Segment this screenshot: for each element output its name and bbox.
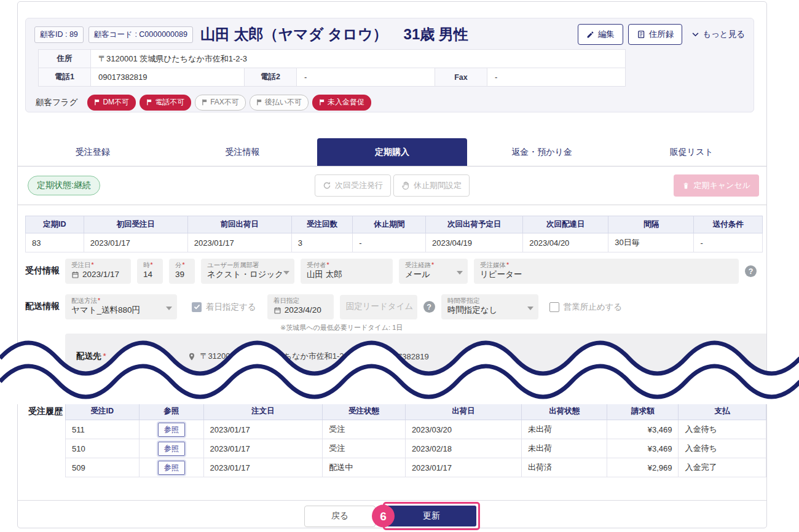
flag-label: 電話不可 [155,97,184,108]
order-history-row: 511 参照 2023/01/17 受注 2023/03/20 未出荷 ¥3,4… [66,420,766,439]
cell: ¥3,469 [607,420,679,439]
cell: 30日毎 [608,233,694,252]
subscription-table-header: 定期ID 初回受注日 前回出荷日 受注回数 休止期間 次回出荷予定日 次回配達日… [26,216,763,233]
next-order-button[interactable]: 次回受注発行 [315,174,391,197]
edit-button-label: 編集 [598,29,615,40]
address-book-button[interactable]: 住所録 [628,24,683,45]
phone2-value: - [297,68,435,87]
channel-select[interactable]: 受注経路 メール [399,259,468,284]
delivery-fields: 配送方法 ヤマト_送料880円 着日指定する 着日指定 2023/4/20 固定… [65,294,757,319]
destination-phone: 09017382819 [368,352,429,361]
tab-order-entry[interactable]: 受注登録 [18,138,168,166]
fixed-lead-time-placeholder: 固定リードタイム [346,297,411,316]
reference-button[interactable]: 参照 [158,423,185,437]
cell: - [694,233,763,252]
col-header: 初回受注日 [84,216,187,233]
phone2-label: 電話2 [245,68,297,87]
col-header: 出荷日 [405,403,521,420]
department-select[interactable]: ユーザー所属部署 ネクスト・ロジック [201,259,294,284]
cell: 配送中 [323,458,406,477]
cell: 2023/04/19 [426,233,523,252]
destination-name-text: 検証 七加 [136,351,171,362]
flag-icon [94,99,100,106]
destination-phone-text: 09017382819 [380,352,429,361]
checkbox-empty-icon [549,302,559,312]
more-button[interactable]: もっと見る [692,29,745,40]
media-value: リピーター [480,269,733,280]
reference-button[interactable]: 参照 [158,442,185,456]
tab-promo-list[interactable]: 販促リスト [616,138,766,166]
customer-id-chip: 顧客ID : 89 [34,26,84,43]
person-icon [124,352,133,361]
cell: 入金待ち [679,420,766,439]
cell: 出荷済 [522,458,607,477]
flag-phone: 電話不可 [140,95,191,111]
trash-icon [682,182,690,190]
col-header: 定期ID [26,216,84,233]
tab-order-info[interactable]: 受注情報 [168,138,318,166]
receptionist-field[interactable]: 受付者 山田 太郎 [301,259,393,284]
delivery-section-label: 配送情報 [25,294,65,312]
cell: ¥3,469 [607,439,679,458]
subscription-cancel-button[interactable]: 定期キャンセル [674,174,759,197]
destination-address-text: 〒3120001 茨城県 ひたちなか市佐和1-2-3 [200,351,351,362]
flag-label: 未入金督促 [328,97,364,108]
hour-field[interactable]: 時 14 [137,259,163,284]
flag-label: DM不可 [103,97,129,108]
arrival-date-checkbox[interactable]: 着日指定する [192,302,256,313]
delivery-method-select[interactable]: 配送方法 ヤマト_送料880円 [65,294,177,319]
status-badge: 定期状態:継続 [28,176,100,195]
fax-label: Fax [435,68,487,87]
order-history-table: 受注ID 参照 注文日 受注状態 出荷日 出荷状態 請求額 支払 511 参照 … [65,402,766,477]
footer-bar: 戻る 6 更新 [18,502,766,530]
phone-icon [368,353,376,361]
cell: - [353,233,426,252]
order-history-header: 受注ID 参照 注文日 受注状態 出荷日 出荷状態 請求額 支払 [66,403,766,420]
order-date-field[interactable]: 受注日 2023/1/17 [65,259,131,284]
customer-name: 山田 太郎（ヤマダ タロウ） [200,25,388,44]
department-value: ネクスト・ロジック [207,269,280,280]
flag-deferred: 後払い不可 [250,95,309,111]
col-header: 受注回数 [291,216,353,233]
flag-icon [319,99,325,106]
arrival-date-value: 2023/4/20 [285,305,321,316]
pause-period-button-label: 休止期間設定 [414,180,462,191]
back-button[interactable]: 戻る [304,506,376,527]
subscription-status-row: 定期状態:継続 次回受注発行 休止期間設定 定期キャンセル [25,173,759,200]
edit-button[interactable]: 編集 [578,24,623,45]
flag-label: FAX不可 [210,97,239,108]
cell: 2023/03/20 [405,420,521,439]
customer-flags-row: 顧客フラグ DM不可 電話不可 FAX不可 後払い不可 未入金督促 [36,95,745,111]
col-header: 出荷状態 [522,403,607,420]
cell: 2023/01/17 [203,420,323,439]
cell: 未出荷 [522,420,607,439]
fixed-lead-time-field[interactable]: 固定リードタイム [340,295,417,319]
media-field[interactable]: 受注媒体 リピーター [474,259,739,284]
cell: 510 [66,439,140,458]
col-header: 参照 [139,403,203,420]
subscription-table-row: 83 2023/01/17 2023/01/17 3 - 2023/04/19 … [26,233,763,252]
tab-refund[interactable]: 返金・預かり金 [467,138,617,166]
col-header: 次回配達日 [523,216,608,233]
tab-subscription[interactable]: 定期購入 [317,138,467,166]
update-button[interactable]: 更新 [387,506,476,526]
help-icon[interactable]: ? [423,301,435,313]
minute-field[interactable]: 分 39 [169,259,195,284]
arrival-date-field[interactable]: 着日指定 2023/4/20 [267,294,334,319]
pause-period-button[interactable]: 休止期間設定 [393,174,470,197]
channel-label: 受注経路 [405,261,453,269]
flag-unpaid: 未入金督促 [312,95,371,111]
col-header: 間隔 [608,216,694,233]
media-label: 受注媒体 [480,261,733,269]
main-card: 顧客ID : 89 顧客コード : C0000000089 山田 太郎（ヤマダ … [17,1,767,528]
checkbox-checked-icon [192,302,202,312]
reference-button[interactable]: 参照 [158,461,185,475]
calendar-icon [274,307,281,315]
cell: 入金完了 [679,458,766,477]
office-hold-checkbox[interactable]: 営業所止めする [549,302,622,313]
time-zone-label: 時間帯指定 [447,297,524,305]
cell: 入金待ち [679,439,766,458]
time-zone-select[interactable]: 時間帯指定 時間指定なし [441,294,538,319]
help-icon[interactable]: ? [745,265,757,277]
order-history-row: 510 参照 2023/01/17 受注 2023/02/18 未出荷 ¥3,4… [66,439,766,458]
